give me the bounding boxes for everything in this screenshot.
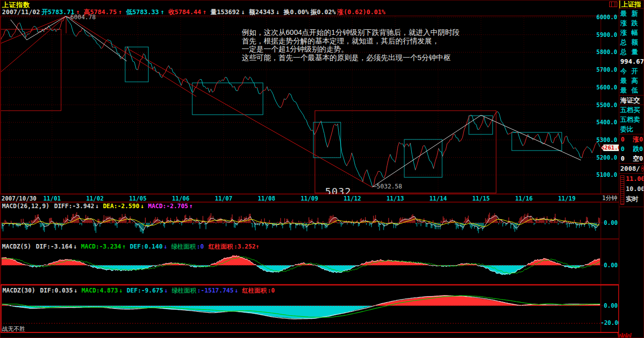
text-segment: :3.252↑ (234, 243, 259, 250)
last-price-tag: 5261.6 (601, 144, 619, 151)
text-segment: :0 (197, 243, 208, 250)
date-label: 11/01 (43, 195, 61, 202)
text-segment: ↓ (95, 203, 99, 210)
annotation-block: 例如，这次从6004点开始的1分钟级别下跌背驰后，就进入中阴时段首先，根据走势分… (242, 28, 575, 62)
updown-row: 0涨0 (619, 134, 644, 144)
misc-value[interactable]: 11.00 (626, 175, 644, 182)
text-segment: MACD:-2.705 (148, 203, 188, 210)
sidebar: 上证指 最新涨跌涨幅总额总量994.67今开最高最低 海证交 五档买五档卖委比 … (619, 1, 644, 338)
text-segment: ↓ (73, 243, 77, 250)
text-segment: 高5784.75 (84, 8, 117, 16)
text-segment: 收5784.44 (168, 8, 201, 16)
text-segment: ↑ (76, 8, 80, 16)
interval-label[interactable]: 1分钟 (602, 195, 617, 202)
updown-row: 0跌0 (619, 144, 644, 154)
text-segment: 红柱面积 (242, 287, 266, 294)
text-segment: ↓ (164, 287, 168, 294)
sidebar-item: 今开 (619, 66, 644, 76)
ruler-icon (620, 175, 624, 205)
year-label: 2008/ (620, 164, 640, 174)
sidebar-item: 总量 (619, 47, 644, 57)
sidebar-item: 总额 (619, 37, 644, 47)
date-label: 11/13 (387, 195, 404, 202)
text-segment: ↓ (140, 203, 144, 210)
text-segment: 2007/11/02 (2, 8, 40, 16)
topbar: 上证指数 2007/11/02开5783.71↑高5784.75↑低5783.3… (1, 1, 619, 16)
price-axis-label: 5200.0 (596, 154, 617, 161)
price-axis-label: 5500.0 (596, 102, 617, 109)
text-segment: 绿柱面积 (172, 243, 196, 250)
text-segment: DIF:-3.164 (36, 243, 72, 250)
updown-row: 0空0 (619, 154, 644, 163)
trading-app-window: 上证指数 2007/11/02开5783.71↑高5784.75↑低5783.3… (0, 0, 644, 338)
exchange-ticker: 海证交 (619, 95, 644, 105)
text-segment: MACD:-3.234 (81, 243, 121, 250)
text-segment: 低5783.33 (126, 8, 159, 16)
misc-value[interactable]: 10.00 (626, 185, 644, 192)
price-axis: 6000.05900.05800.05700.05600.05500.05400… (601, 16, 619, 194)
text-segment: MACD:4.873 (82, 287, 118, 294)
text-segment: 量153692 (210, 8, 240, 16)
text-segment: ↓ (119, 287, 123, 294)
sidebar-depth-list: 五档买五档卖委比 (619, 105, 644, 134)
sidebar-item: 最新 (619, 9, 644, 18)
text-segment: ↓ (276, 8, 280, 16)
price-axis-label: 5600.0 (596, 84, 617, 91)
date-label: 11/12 (344, 195, 361, 202)
text-segment: ↓ (241, 8, 245, 16)
date-label: 11/19 (558, 195, 576, 202)
price-axis-label: 5800.0 (596, 49, 617, 56)
quote-row: 2007/11/02开5783.71↑高5784.75↑低5783.33↑收57… (2, 8, 387, 17)
sidebar-item: 委比 (619, 124, 644, 134)
annotation-line: 这些可能，首先一个最基本的原则是，必须先出现一个5分钟中枢 (242, 54, 575, 62)
sidebar-item: 五档卖 (619, 115, 644, 124)
text-segment: DIFF:-3.942 (54, 203, 94, 210)
price-axis-label: 5400.0 (596, 119, 617, 126)
sidebar-item: 涨幅 (619, 28, 644, 37)
text-segment: 开5783.71 (41, 8, 74, 16)
globe-icon[interactable] (641, 165, 643, 172)
text-segment: DEA:-2.590 (103, 203, 139, 210)
date-label: 2007/10/30 (2, 195, 36, 202)
indicator-axis-label: -20.00 (601, 319, 618, 326)
text-segment: DIF:0.035 (40, 287, 73, 294)
sidebar-item: 涨跌 (619, 18, 644, 28)
sidebar-item: 最高 (619, 76, 644, 85)
macd-header: MACD(26,12,9) DIFF:-3.942↓DEA:-2.590↓MAC… (2, 203, 197, 210)
date-label: 11/05 (129, 195, 147, 202)
text-segment: ↑ (203, 8, 207, 16)
trough-price-label: —5032.58 (373, 183, 402, 190)
annotation-line: 一定是一个超1分钟级别的走势。 (242, 45, 575, 54)
text-segment: 绿柱面积 (172, 287, 196, 294)
annotation-line: 首先，根据走势分解的基本定理，就知道，其后的行情发展， (242, 37, 575, 45)
indicator-axis-label: 0.00 (601, 262, 618, 269)
sidebar-item: 五档买 (619, 105, 644, 115)
text-segment: :0 (267, 287, 275, 294)
annotation-line: 例如，这次从6004点开始的1分钟级别下跌背驰后，就进入中阴时段 (242, 28, 575, 37)
price-axis-label: 5700.0 (596, 66, 617, 73)
date-label: 11/09 (301, 195, 318, 202)
price-axis-label: 5900.0 (596, 31, 617, 38)
text-segment: ↓ (235, 287, 238, 294)
misc-value[interactable]: 实时 (626, 195, 638, 204)
price-axis-label: 5300.0 (596, 136, 617, 143)
text-segment: MACD(26,12,9) (2, 203, 53, 210)
text-segment: 额24343 (249, 8, 274, 16)
text-segment: ↑ (160, 8, 165, 16)
text-segment: 红柱面积 (208, 243, 233, 250)
text-segment: ↑ (118, 8, 122, 16)
macdz30-header: MACDZ(30) DIF:0.035↓MACD:4.873↓DEF:-9.67… (3, 286, 276, 295)
sidebar-quote-list: 最新涨跌涨幅总额总量994.67今开最高最低 (619, 9, 644, 95)
date-label: 11/16 (515, 195, 533, 202)
text-segment: MACDZ(30) (3, 287, 39, 294)
sidebar-header[interactable]: 上证指 (619, 1, 644, 9)
text-segment: MACDZ(5) (2, 243, 35, 250)
date-axis: 2007/10/3011/0111/0211/0511/0611/0711/08… (1, 194, 619, 202)
printer-icon[interactable] (609, 2, 617, 7)
text-segment: 振0.02% (310, 8, 336, 16)
price-axis-label: 5100.0 (596, 171, 617, 178)
motto-text: 战无不胜 (2, 325, 25, 333)
text-segment: 换0.00% (284, 8, 309, 16)
date-label: 11/08 (258, 195, 276, 202)
volume-value: 994.67 (619, 57, 644, 66)
